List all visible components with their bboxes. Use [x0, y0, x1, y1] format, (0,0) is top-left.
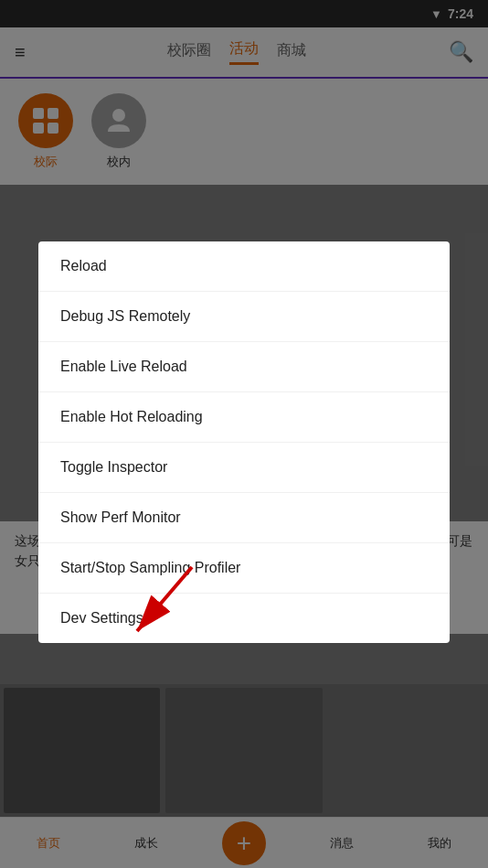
menu-item-enable-live-reload[interactable]: Enable Live Reload	[38, 342, 450, 392]
dev-menu-modal: Reload Debug JS Remotely Enable Live Rel…	[38, 241, 450, 643]
menu-item-debug-js[interactable]: Debug JS Remotely	[38, 292, 450, 342]
menu-item-toggle-inspector[interactable]: Toggle Inspector	[38, 443, 450, 493]
menu-item-show-perf-monitor[interactable]: Show Perf Monitor	[38, 493, 450, 543]
menu-item-reload[interactable]: Reload	[38, 241, 450, 292]
menu-item-sampling-profiler[interactable]: Start/Stop Sampling Profiler	[38, 543, 450, 594]
menu-item-dev-settings[interactable]: Dev Settings	[38, 594, 450, 643]
menu-item-enable-hot-reloading[interactable]: Enable Hot Reloading	[38, 392, 450, 443]
